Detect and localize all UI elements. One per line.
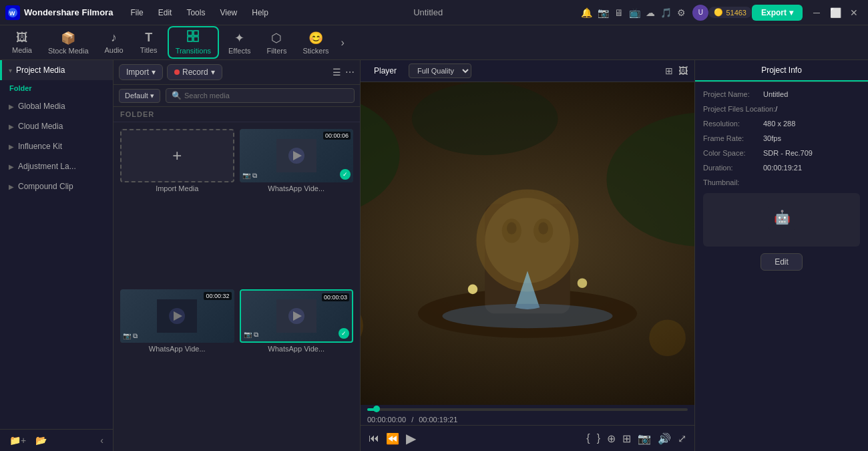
svg-rect-3: [194, 31, 198, 35]
app-logo: W Wondershare Filmora: [5, 5, 113, 20]
toolbar-effects[interactable]: ✦ Effects: [222, 28, 257, 57]
media-grid: + Import Media 00:00:06 ✓: [114, 122, 360, 451]
progress-bar[interactable]: [367, 408, 688, 411]
vid1-check-icon: ✓: [340, 169, 351, 180]
sidebar-item-compound-clip[interactable]: ▶ Compound Clip: [0, 176, 113, 196]
toolbar-filters[interactable]: ⬡ Filters: [260, 28, 293, 57]
collapse-panel-button[interactable]: ‹: [97, 434, 106, 447]
media-sub-toolbar: Default ▾ 🔍: [114, 85, 360, 107]
toolbar-row: 🖼 Media 📦 Stock Media ♪ Audio T Titles T…: [0, 25, 868, 60]
record-button[interactable]: Record ▾: [167, 64, 222, 80]
player-right-controls: { } ⊕ ⊞ 📷 🔊 ⤢: [585, 431, 688, 446]
camera-icon[interactable]: 📷: [598, 7, 609, 18]
frame-rate-value: 30fps: [763, 134, 860, 142]
svg-rect-4: [188, 37, 192, 41]
minimize-button[interactable]: ─: [808, 4, 825, 21]
svg-point-28: [468, 285, 478, 295]
toolbar-titles[interactable]: T Titles: [133, 28, 165, 57]
duration-value: 00:00:19:21: [763, 164, 860, 172]
tv-icon[interactable]: 📺: [629, 7, 640, 18]
add-to-timeline-button[interactable]: ⊞: [621, 431, 632, 446]
dots-icon[interactable]: ⚙: [677, 7, 686, 18]
headphone-icon[interactable]: 🎵: [660, 7, 672, 18]
files-location-label: Project Files Location:: [703, 105, 775, 113]
toolbar-transitions[interactable]: Transitions: [168, 26, 219, 59]
menu-tools[interactable]: Tools: [180, 5, 212, 20]
import-button[interactable]: Import ▾: [119, 64, 163, 80]
extract-button[interactable]: ⊕: [606, 431, 617, 446]
close-button[interactable]: ✕: [845, 4, 863, 21]
toolbar-more-icon[interactable]: ›: [339, 34, 347, 51]
notification-icon[interactable]: 🔔: [581, 7, 592, 18]
svg-point-27: [442, 304, 612, 328]
mark-out-button[interactable]: }: [596, 431, 602, 446]
tab-project-info[interactable]: Project Info: [695, 60, 868, 82]
color-space-value: SDR - Rec.709: [763, 149, 860, 157]
sidebar-item-cloud-media[interactable]: ▶ Cloud Media: [0, 116, 113, 136]
more-options-icon[interactable]: ⋯: [345, 67, 355, 78]
quality-select[interactable]: Full Quality: [409, 63, 471, 78]
toolbar-stickers[interactable]: 😊 Stickers: [296, 28, 335, 57]
vid1-copy-icon: ⧉: [252, 172, 257, 180]
menu-edit[interactable]: Edit: [152, 5, 179, 20]
menu-help[interactable]: Help: [245, 5, 275, 20]
edit-button[interactable]: Edit: [761, 253, 803, 271]
vid3-camera-icon: 📷: [244, 331, 252, 339]
add-folder-button[interactable]: 📁+: [7, 434, 29, 447]
global-media-label: Global Media: [18, 102, 65, 111]
player-controls: ⏮ ⏪ ▶ { } ⊕ ⊞ 📷 🔊 ⤢: [361, 425, 694, 451]
layout-icon[interactable]: ⊞: [665, 65, 673, 76]
play-button[interactable]: ▶: [405, 429, 417, 448]
add-media-button[interactable]: 📂: [33, 434, 49, 447]
menu-view[interactable]: View: [213, 5, 244, 20]
media-label: Media: [12, 46, 32, 54]
tab-player[interactable]: Player: [367, 64, 403, 78]
files-location-value: /: [775, 105, 860, 113]
toolbar-media[interactable]: 🖼 Media: [5, 28, 39, 57]
sidebar-item-adjustment[interactable]: ▶ Adjustment La...: [0, 156, 113, 176]
app-title: Untitled: [413, 7, 443, 17]
sidebar-item-project-media[interactable]: ▾ Project Media: [0, 60, 113, 80]
user-avatar[interactable]: U: [692, 5, 708, 21]
info-row-framerate: Frame Rate: 30fps: [703, 134, 860, 142]
vid2-label: WhatsApp Vide...: [120, 345, 234, 353]
main-layout: ▾ Project Media Folder ▶ Global Media ▶ …: [0, 60, 868, 451]
player-icons: ⊞ 🖼: [665, 65, 688, 76]
media-item-vid2[interactable]: 00:00:32 📷 ⧉ WhatsApp Vide...: [120, 289, 234, 444]
toolbar-stock-media[interactable]: 📦 Stock Media: [41, 28, 95, 57]
media-item-vid3[interactable]: 00:00:03 ✓ 📷 ⧉ WhatsApp Vide...: [240, 289, 354, 444]
sidebar-item-global-media[interactable]: ▶ Global Media: [0, 96, 113, 116]
maximize-button[interactable]: ⬜: [827, 4, 844, 21]
step-back-button[interactable]: ⏪: [385, 431, 401, 446]
monitor-icon[interactable]: 🖥: [614, 7, 624, 18]
progress-handle[interactable]: [373, 406, 380, 412]
record-dropdown-icon: ▾: [211, 67, 215, 77]
volume-button[interactable]: 🔊: [656, 431, 672, 446]
toolbar-audio[interactable]: ♪ Audio: [98, 28, 130, 57]
menu-file[interactable]: File: [124, 5, 150, 20]
menu-bar: W Wondershare Filmora File Edit Tools Vi…: [0, 0, 868, 25]
media-item-vid1[interactable]: 00:00:06 ✓ 📷 ⧉ WhatsApp Vide...: [240, 129, 354, 284]
vid1-camera-icon: 📷: [242, 172, 250, 180]
export-button[interactable]: Export ▾: [752, 5, 803, 21]
record-dot-icon: [174, 69, 180, 75]
filter-icon[interactable]: ☰: [333, 67, 341, 78]
snapshot-icon[interactable]: 🖼: [678, 65, 688, 76]
sidebar-item-folder[interactable]: Folder: [0, 80, 113, 96]
sidebar-item-influence-kit[interactable]: ▶ Influence Kit: [0, 136, 113, 156]
fullscreen-button[interactable]: ⤢: [676, 431, 688, 446]
screenshot-button[interactable]: 📷: [636, 431, 652, 446]
expand-icon-adjustment: ▶: [9, 163, 14, 170]
import-media-item[interactable]: + Import Media: [120, 129, 234, 284]
mark-in-button[interactable]: {: [585, 431, 591, 446]
cloud-icon[interactable]: ☁: [646, 7, 655, 18]
search-input[interactable]: [184, 92, 349, 100]
vid2-copy-icon: ⧉: [133, 332, 138, 340]
expand-icon-compound: ▶: [9, 183, 14, 190]
effects-label: Effects: [228, 47, 250, 55]
default-select[interactable]: Default ▾: [119, 89, 160, 103]
import-media-label: Import Media: [120, 184, 234, 192]
coin-amount: 51463: [726, 9, 746, 17]
skip-back-button[interactable]: ⏮: [367, 431, 381, 446]
search-icon: 🔍: [172, 91, 182, 100]
